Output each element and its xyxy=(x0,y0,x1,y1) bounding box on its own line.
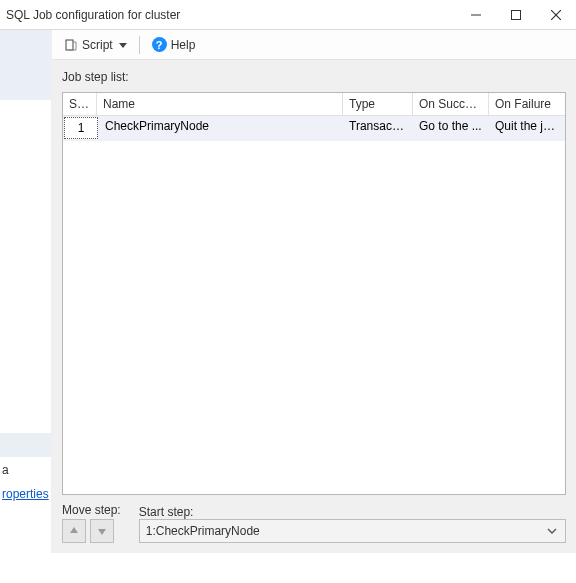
content-area: a roperties Script ? Help Job xyxy=(0,30,576,553)
arrow-down-icon xyxy=(97,526,107,536)
cell-success: Go to the ... xyxy=(413,116,489,140)
window-title: SQL Job configuration for cluster xyxy=(6,8,456,22)
start-step-value: 1:CheckPrimaryNode xyxy=(146,524,260,538)
start-step-group: Start step: 1:CheckPrimaryNode xyxy=(139,505,566,543)
cell-failure: Quit the jo... xyxy=(489,116,565,140)
job-step-listbox[interactable]: St... Name Type On Success On Failure 1 … xyxy=(62,92,566,495)
table-row[interactable]: 1 CheckPrimaryNode Transact-... Go to th… xyxy=(63,116,565,141)
list-header: St... Name Type On Success On Failure xyxy=(63,93,565,116)
minimize-icon xyxy=(471,10,481,20)
sidebar-middle xyxy=(0,100,51,433)
job-step-list-label: Job step list: xyxy=(62,70,566,84)
chevron-down-icon xyxy=(119,38,127,52)
move-up-button[interactable] xyxy=(62,519,86,543)
script-icon xyxy=(64,38,78,52)
maximize-button[interactable] xyxy=(496,0,536,30)
main-pane: Job step list: St... Name Type On Succes… xyxy=(52,60,576,553)
svg-rect-4 xyxy=(66,40,73,50)
list-body: 1 CheckPrimaryNode Transact-... Go to th… xyxy=(63,116,565,494)
col-header-success[interactable]: On Success xyxy=(413,93,489,115)
sidebar-item-a: a xyxy=(2,463,51,477)
maximize-icon xyxy=(511,10,521,20)
sidebar-band-2 xyxy=(0,433,51,457)
help-icon: ? xyxy=(152,37,167,52)
move-down-button[interactable] xyxy=(90,519,114,543)
arrow-up-icon xyxy=(69,526,79,536)
col-header-name[interactable]: Name xyxy=(97,93,343,115)
minimize-button[interactable] xyxy=(456,0,496,30)
bottom-controls: Move step: Start step: 1:CheckPrimaryNod… xyxy=(62,503,566,543)
toolbar-divider xyxy=(139,36,140,54)
script-button[interactable]: Script xyxy=(60,36,131,54)
start-step-label: Start step: xyxy=(139,505,566,519)
col-header-type[interactable]: Type xyxy=(343,93,413,115)
move-step-group: Move step: xyxy=(62,503,121,543)
toolbar: Script ? Help xyxy=(52,30,576,60)
svg-marker-7 xyxy=(98,529,106,535)
chevron-down-icon xyxy=(543,520,561,542)
cell-name: CheckPrimaryNode xyxy=(99,116,343,140)
svg-marker-6 xyxy=(70,527,78,533)
titlebar: SQL Job configuration for cluster xyxy=(0,0,576,30)
start-step-dropdown[interactable]: 1:CheckPrimaryNode xyxy=(139,519,566,543)
help-label: Help xyxy=(171,38,196,52)
move-step-label: Move step: xyxy=(62,503,121,517)
col-header-failure[interactable]: On Failure xyxy=(489,93,565,115)
script-label: Script xyxy=(82,38,113,52)
close-icon xyxy=(551,10,561,20)
close-button[interactable] xyxy=(536,0,576,30)
cell-type: Transact-... xyxy=(343,116,413,140)
properties-link[interactable]: roperties xyxy=(2,487,49,501)
help-button[interactable]: ? Help xyxy=(148,35,200,54)
sidebar: a roperties xyxy=(0,30,52,553)
sidebar-band xyxy=(0,30,51,100)
sidebar-bottom: a roperties xyxy=(0,457,51,553)
svg-rect-1 xyxy=(512,10,521,19)
cell-step: 1 xyxy=(64,117,98,139)
svg-marker-5 xyxy=(119,43,127,48)
col-header-step[interactable]: St... xyxy=(63,93,97,115)
